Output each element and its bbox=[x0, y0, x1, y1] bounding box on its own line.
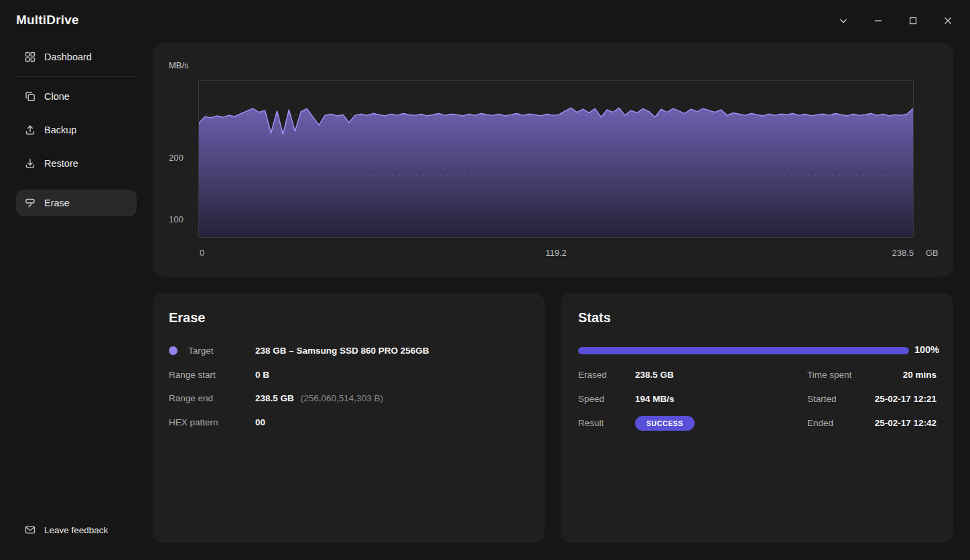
speed-chart-plot bbox=[198, 80, 914, 238]
y-axis-unit-label: MB/s bbox=[169, 60, 189, 70]
sidebar-item-clone[interactable]: Clone bbox=[16, 83, 137, 110]
sidebar-item-label: Backup bbox=[44, 125, 76, 135]
row-label: Erased bbox=[578, 370, 635, 380]
erase-row-range-start: Range start 0 B bbox=[169, 368, 531, 382]
hex-pattern-value: 00 bbox=[255, 417, 265, 427]
chart-area-fill bbox=[199, 108, 913, 237]
stats-row-ended: Ended 25-02-17 12:42 bbox=[807, 416, 937, 430]
speed-chart-card: MB/s 200 100 0 119.2 238.5 GB bbox=[153, 43, 953, 277]
x-tick-mid: 119.2 bbox=[523, 248, 590, 258]
erase-row-target: Target 238 GB – Samsung SSD 860 PRO 256G… bbox=[169, 344, 531, 358]
stats-row-speed: Speed 194 MB/s bbox=[578, 392, 779, 406]
minimize-button[interactable] bbox=[868, 11, 888, 31]
x-tick-end: 238.5 bbox=[847, 248, 914, 258]
speed-value: 194 MB/s bbox=[635, 394, 675, 404]
close-icon bbox=[942, 15, 954, 27]
erased-value: 238.5 GB bbox=[635, 370, 674, 380]
row-label: Started bbox=[807, 394, 837, 404]
chevron-down-icon bbox=[837, 15, 849, 27]
sidebar-divider bbox=[16, 76, 137, 77]
download-icon bbox=[24, 157, 36, 169]
clone-icon bbox=[24, 90, 36, 102]
range-start-value: 0 B bbox=[255, 370, 269, 380]
sidebar: Dashboard Clone Backup Restore bbox=[0, 0, 153, 560]
time-spent-value: 20 mins bbox=[903, 370, 937, 380]
eraser-icon bbox=[24, 197, 36, 209]
stats-row-erased: Erased 238.5 GB bbox=[578, 368, 779, 382]
target-drive-value: 238 GB – Samsung SSD 860 PRO 256GB bbox=[255, 346, 429, 356]
y-tick-200: 200 bbox=[169, 153, 192, 163]
upload-icon bbox=[24, 124, 36, 136]
x-axis-unit-label: GB bbox=[926, 248, 939, 258]
erase-progress-fill bbox=[578, 347, 909, 354]
sidebar-item-erase[interactable]: Erase bbox=[16, 190, 137, 216]
stats-row-result: Result SUCCESS bbox=[578, 416, 779, 430]
leave-feedback-button[interactable]: Leave feedback bbox=[16, 516, 143, 543]
range-end-value: 238.5 GB bbox=[255, 393, 294, 403]
sidebar-item-dashboard[interactable]: Dashboard bbox=[16, 44, 137, 70]
stats-card-title: Stats bbox=[578, 310, 611, 326]
app-window: MultiDrive Dashboard Cl bbox=[0, 0, 970, 560]
row-label: Result bbox=[578, 418, 635, 428]
success-status-badge: SUCCESS bbox=[635, 416, 695, 431]
mail-icon bbox=[24, 524, 36, 536]
erase-row-hex-pattern: HEX pattern 00 bbox=[169, 415, 531, 429]
ended-value: 25-02-17 12:42 bbox=[875, 418, 937, 428]
progress-percent-label: 100% bbox=[914, 344, 939, 355]
grid-icon bbox=[24, 51, 36, 63]
erase-progress-bar bbox=[578, 347, 909, 354]
erase-summary-card: Erase Target 238 GB – Samsung SSD 860 PR… bbox=[153, 293, 545, 543]
stats-card: Stats 100% Erased 238.5 GB Speed 194 MB/… bbox=[561, 293, 953, 543]
maximize-icon bbox=[907, 15, 919, 27]
stats-row-started: Started 25-02-17 12:21 bbox=[807, 392, 937, 406]
close-button[interactable] bbox=[938, 11, 958, 31]
leave-feedback-label: Leave feedback bbox=[44, 525, 108, 535]
row-label: Range end bbox=[169, 393, 255, 403]
y-tick-100: 100 bbox=[169, 214, 192, 224]
menu-chevron-button[interactable] bbox=[833, 11, 853, 31]
range-end-bytes-note: (256,060,514,303 B) bbox=[301, 393, 383, 403]
x-tick-0: 0 bbox=[200, 248, 204, 258]
row-label: Time spent bbox=[807, 370, 851, 380]
row-label: Speed bbox=[578, 394, 635, 404]
started-value: 25-02-17 12:21 bbox=[875, 394, 937, 404]
target-color-dot bbox=[169, 346, 178, 355]
speed-area-chart bbox=[199, 81, 913, 237]
erase-card-title: Erase bbox=[169, 310, 206, 326]
row-label: HEX pattern bbox=[169, 417, 255, 427]
minimize-icon bbox=[872, 15, 884, 27]
maximize-button[interactable] bbox=[903, 11, 923, 31]
erase-row-range-end: Range end 238.5 GB (256,060,514,303 B) bbox=[169, 391, 531, 405]
sidebar-item-label: Erase bbox=[44, 198, 70, 208]
row-label: Target bbox=[188, 346, 255, 356]
window-controls bbox=[833, 11, 958, 31]
row-label: Ended bbox=[807, 418, 833, 428]
sidebar-item-label: Clone bbox=[44, 91, 70, 102]
sidebar-item-label: Dashboard bbox=[44, 52, 92, 62]
sidebar-item-restore[interactable]: Restore bbox=[16, 150, 137, 177]
sidebar-item-backup[interactable]: Backup bbox=[16, 117, 137, 143]
sidebar-item-label: Restore bbox=[44, 158, 78, 169]
stats-row-time-spent: Time spent 20 mins bbox=[807, 368, 937, 382]
row-label: Range start bbox=[169, 370, 255, 380]
